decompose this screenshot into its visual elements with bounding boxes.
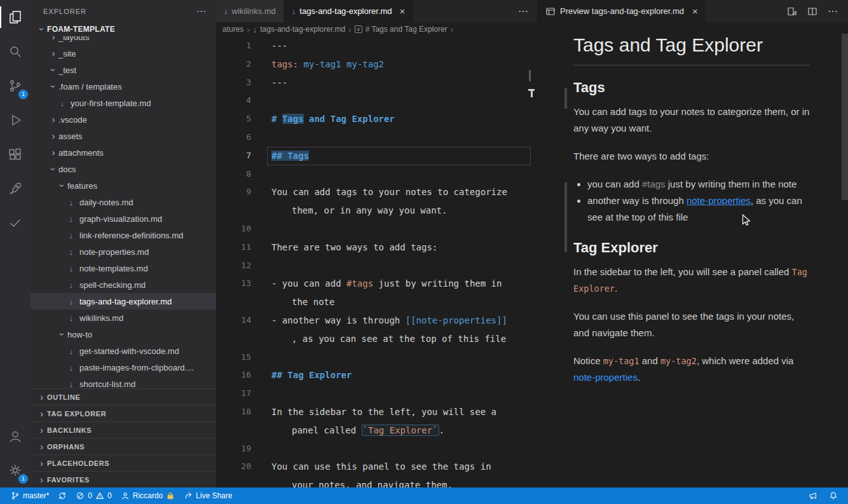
scrollbar-thumb[interactable] xyxy=(842,34,848,200)
tree-item-vscode[interactable]: ›.vscode xyxy=(31,111,216,128)
code-line[interactable]: 4 xyxy=(216,92,537,110)
tree-item-attachments[interactable]: ›attachments xyxy=(31,144,216,161)
tree-item-spell-checking-md[interactable]: ↓spell-checking.md xyxy=(31,276,216,293)
code-line[interactable]: panel called `Tag Explorer`. xyxy=(216,421,537,440)
code-line[interactable]: 14- another way is through [[note-proper… xyxy=(216,311,537,330)
settings-button[interactable]: 1 xyxy=(0,453,31,487)
note-properties-link[interactable]: note-properties xyxy=(687,195,751,206)
tree-item-label: _layouts xyxy=(58,36,89,42)
live-share-label: Live Share xyxy=(196,491,232,500)
live-share-button[interactable]: Live Share xyxy=(179,487,236,504)
code-line[interactable]: the note xyxy=(216,293,537,311)
breadcrumb-item-symbol[interactable]: # Tags and Tag Explorer xyxy=(366,25,448,34)
code-token: , as you can see at the top of this file xyxy=(292,334,506,344)
line-number: 1 xyxy=(216,37,251,55)
markdown-file-icon: ↓ xyxy=(66,198,76,207)
project-root-item[interactable]: › FOAM-TEMPLATE xyxy=(31,22,216,36)
tree-item-site[interactable]: ›_site xyxy=(31,45,216,62)
code-line[interactable]: 2tags: my-tag1 my-tag2 xyxy=(216,55,537,74)
split-editor-icon[interactable] xyxy=(807,6,817,17)
code-editor[interactable]: 1---2tags: my-tag1 my-tag23---45# Tags a… xyxy=(216,36,537,487)
rocket-view-button[interactable] xyxy=(0,172,31,206)
tree-item-note-templates-md[interactable]: ↓note-templates.md xyxy=(31,260,216,276)
notifications-bell-icon[interactable] xyxy=(825,491,842,500)
problems-status[interactable]: 0 0 xyxy=(71,487,116,504)
test-view-button[interactable] xyxy=(0,206,31,240)
tree-item-assets[interactable]: ›assets xyxy=(31,128,216,144)
chevron-down-icon: › xyxy=(57,329,67,339)
code-line[interactable]: 17 xyxy=(216,385,537,403)
tree-item-paste-images-from-clipboard[interactable]: ↓paste-images-from-clipboard.... xyxy=(31,359,216,376)
tab-preview[interactable]: Preview tags-and-tag-explorer.md × xyxy=(538,0,706,22)
extensions-view-button[interactable] xyxy=(0,137,31,172)
explorer-more-actions-icon[interactable]: ⋯ xyxy=(196,6,206,17)
tree-item-features[interactable]: ›features xyxy=(31,177,216,194)
tree-item-test[interactable]: ›_test xyxy=(31,62,216,78)
section-favorites[interactable]: ›FAVORITES xyxy=(31,471,216,487)
tree-item-label: note-templates.md xyxy=(79,264,148,273)
tab-tags-and-tag-explorer[interactable]: ↓ tags-and-tag-explorer.md × xyxy=(284,0,414,22)
tree-item-wikilinks-md[interactable]: ↓wikilinks.md xyxy=(31,310,216,326)
code-line[interactable]: 6 xyxy=(216,128,537,147)
tree-item-your-first-template-md[interactable]: ↓your-first-template.md xyxy=(31,95,216,111)
code-line[interactable]: your notes, and navigate them. xyxy=(216,476,537,487)
code-line[interactable]: , as you can see at the top of this file xyxy=(216,330,537,348)
explorer-view-button[interactable] xyxy=(0,0,31,34)
tree-item-daily-notes-md[interactable]: ↓daily-notes.md xyxy=(31,194,216,210)
status-bar-right xyxy=(805,491,842,500)
code-line[interactable]: 18In the sidebar to the left, you will s… xyxy=(216,403,537,421)
tree-item-how-to[interactable]: ›how-to xyxy=(31,326,216,343)
code-line[interactable]: 10 xyxy=(216,220,537,238)
text: just by writing them in the note xyxy=(666,179,797,189)
search-view-button[interactable] xyxy=(0,34,31,69)
code-line[interactable]: 3--- xyxy=(216,74,537,92)
section-outline[interactable]: ›OUTLINE xyxy=(31,388,216,405)
account-button[interactable] xyxy=(0,419,31,453)
code-line[interactable]: 16## Tag Explorer xyxy=(216,366,537,385)
tree-item-layouts[interactable]: ›_layouts xyxy=(31,36,216,45)
git-branch-status[interactable]: master* xyxy=(6,487,53,504)
code-line[interactable]: 13- you can add #tags just by writing th… xyxy=(216,275,537,293)
editor-more-actions-icon[interactable]: ⋯ xyxy=(509,0,537,22)
chevron-down-icon: › xyxy=(48,81,58,92)
tree-item-shortcut-list-md[interactable]: ↓shortcut-list.md xyxy=(31,376,216,388)
tree-item-tags-and-tag-explorer-md[interactable]: ↓tags-and-tag-explorer.md xyxy=(31,293,216,310)
code-line[interactable]: 1--- xyxy=(216,37,537,55)
code-line[interactable]: 5# Tags and Tag Explorer xyxy=(216,110,537,128)
section-tag-explorer[interactable]: ›TAG EXPLORER xyxy=(31,405,216,421)
code-line[interactable]: 19 xyxy=(216,440,537,458)
code-line[interactable]: 12 xyxy=(216,257,537,275)
show-source-icon[interactable] xyxy=(787,6,797,17)
code-line[interactable]: 15 xyxy=(216,348,537,367)
tree-item-link-reference-definitions-md[interactable]: ↓link-reference-definitions.md xyxy=(31,227,216,243)
sync-changes-button[interactable] xyxy=(53,487,71,504)
code-line[interactable]: 8 xyxy=(216,165,537,184)
tree-item-graph-visualization-md[interactable]: ↓graph-visualization.md xyxy=(31,210,216,227)
code-token: - you can add xyxy=(271,278,346,289)
section-placeholders[interactable]: ›PLACEHOLDERS xyxy=(31,454,216,471)
code-line-text: , as you can see at the top of this file xyxy=(292,330,537,348)
note-properties-link[interactable]: note-properties xyxy=(573,372,638,383)
tree-item-note-properties-md[interactable]: ↓note-properties.md xyxy=(31,243,216,260)
tree-item-foam-templates[interactable]: ›.foam / templates xyxy=(31,78,216,95)
tree-item-docs[interactable]: ›docs xyxy=(31,161,216,177)
section-backlinks[interactable]: ›BACKLINKS xyxy=(31,421,216,438)
user-session-status[interactable]: Riccardo xyxy=(116,487,179,504)
breadcrumb-item-folder[interactable]: atures xyxy=(222,25,243,34)
source-control-view-button[interactable]: 1 xyxy=(0,69,31,103)
code-line[interactable]: 20You can use this panel to see the tags… xyxy=(216,458,537,476)
close-icon[interactable]: × xyxy=(692,6,698,17)
code-line[interactable]: 7## Tags xyxy=(216,147,537,165)
preview-more-actions-icon[interactable]: ⋯ xyxy=(828,5,838,17)
code-line[interactable]: them, or in any way you want. xyxy=(216,201,537,220)
feedback-icon[interactable] xyxy=(805,491,821,500)
code-line[interactable]: 11There are two ways to add tags: xyxy=(216,238,537,257)
section-orphans[interactable]: ›ORPHANS xyxy=(31,438,216,454)
tree-item-get-started-with-vscode-md[interactable]: ↓get-started-with-vscode.md xyxy=(31,343,216,359)
run-debug-view-button[interactable] xyxy=(0,103,31,137)
close-icon[interactable]: × xyxy=(400,6,406,17)
tab-wikilinks[interactable]: ↓ wikilinks.md xyxy=(216,0,284,22)
breadcrumb-item-file[interactable]: tags-and-tag-explorer.md xyxy=(260,25,345,34)
code-line[interactable]: 9You can add tags to your notes to categ… xyxy=(216,183,537,201)
preview-scrollbar[interactable] xyxy=(842,22,848,487)
